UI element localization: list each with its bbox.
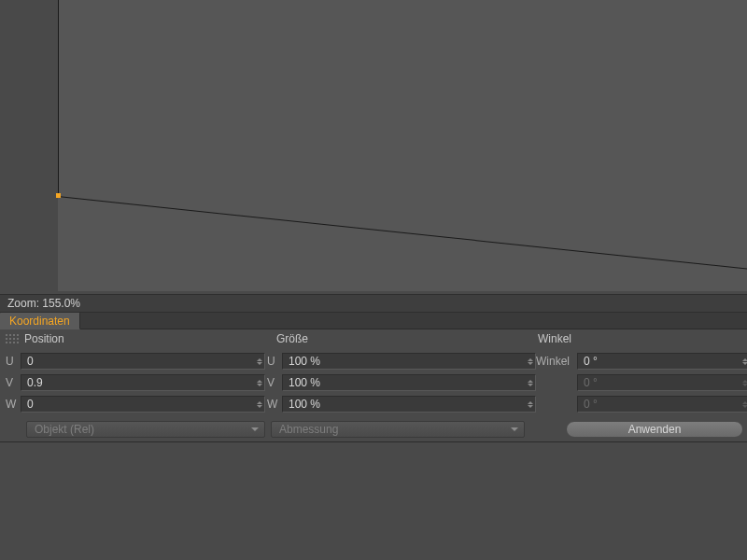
- chevron-down-icon: [511, 427, 518, 431]
- value-size-v: 100 %: [283, 376, 526, 389]
- label-size-u: U: [265, 355, 282, 368]
- header-position: Position: [24, 332, 276, 345]
- label-position-w: W: [4, 398, 21, 411]
- spinner-position-u[interactable]: [255, 354, 264, 369]
- drag-grip-icon[interactable]: [4, 332, 19, 345]
- coordinates-panel: Position Größe Winkel U 0 U 100 % Winkel…: [0, 329, 747, 560]
- input-angle-c: 0 °: [577, 396, 747, 413]
- input-size-u[interactable]: 100 %: [282, 353, 536, 370]
- spinner-size-w[interactable]: [526, 397, 535, 412]
- zoom-status: Zoom: 155.0%: [0, 294, 747, 313]
- value-position-v: 0.9: [21, 376, 255, 389]
- value-position-u: 0: [21, 355, 255, 368]
- column-headers: Position Größe Winkel: [0, 329, 747, 348]
- apply-button-label: Anwenden: [628, 423, 682, 436]
- value-angle-a: 0 °: [578, 355, 740, 368]
- spinner-size-u[interactable]: [526, 354, 535, 369]
- value-position-w: 0: [21, 398, 255, 411]
- spinner-position-v[interactable]: [255, 375, 264, 390]
- chevron-down-icon: [251, 427, 259, 431]
- value-angle-c: 0 °: [578, 398, 740, 411]
- label-position-v: V: [4, 376, 21, 389]
- tab-strip: Koordinaten: [0, 313, 747, 329]
- label-size-w: W: [265, 398, 282, 411]
- canvas-area: [58, 0, 747, 291]
- value-size-u: 100 %: [283, 355, 526, 368]
- spinner-angle-b: [740, 375, 747, 390]
- header-groesse: Größe: [276, 332, 538, 345]
- input-size-w[interactable]: 100 %: [282, 396, 536, 413]
- header-winkel: Winkel: [538, 332, 725, 345]
- zoom-label: Zoom: 155.0%: [7, 297, 80, 310]
- tab-koordinaten-label: Koordinaten: [9, 315, 70, 328]
- panel-footer: [0, 441, 747, 442]
- apply-button[interactable]: Anwenden: [566, 421, 743, 438]
- controls-row: Objekt (Rel) Abmessung Anwenden: [0, 417, 747, 441]
- label-angle: Winkel: [536, 355, 577, 368]
- input-position-v[interactable]: 0.9: [21, 374, 265, 391]
- spinner-angle-c: [740, 397, 747, 412]
- value-size-w: 100 %: [283, 398, 526, 411]
- input-angle-b: 0 °: [577, 374, 747, 391]
- input-position-w[interactable]: 0: [21, 396, 265, 413]
- spline-viewport[interactable]: [0, 0, 747, 294]
- label-size-v: V: [265, 376, 282, 389]
- spinner-position-w[interactable]: [255, 397, 264, 412]
- dropdown-dimension-mode-label: Abmessung: [279, 423, 338, 436]
- dropdown-dimension-mode[interactable]: Abmessung: [271, 421, 525, 438]
- dropdown-reference-mode[interactable]: Objekt (Rel): [26, 421, 265, 438]
- spinner-angle-a[interactable]: [740, 354, 747, 369]
- tab-koordinaten[interactable]: Koordinaten: [0, 313, 80, 329]
- value-angle-b: 0 °: [578, 376, 740, 389]
- input-position-u[interactable]: 0: [21, 353, 265, 370]
- spinner-size-v[interactable]: [526, 375, 535, 390]
- fields-grid: U 0 U 100 % Winkel 0 ° V 0.9 V 100 % 0 °: [0, 348, 747, 417]
- dropdown-reference-mode-label: Objekt (Rel): [35, 423, 94, 436]
- curve-handle[interactable]: [56, 193, 61, 198]
- axis-vertical: [58, 0, 59, 196]
- input-angle-a[interactable]: 0 °: [577, 353, 747, 370]
- input-size-v[interactable]: 100 %: [282, 374, 536, 391]
- label-position-u: U: [4, 355, 21, 368]
